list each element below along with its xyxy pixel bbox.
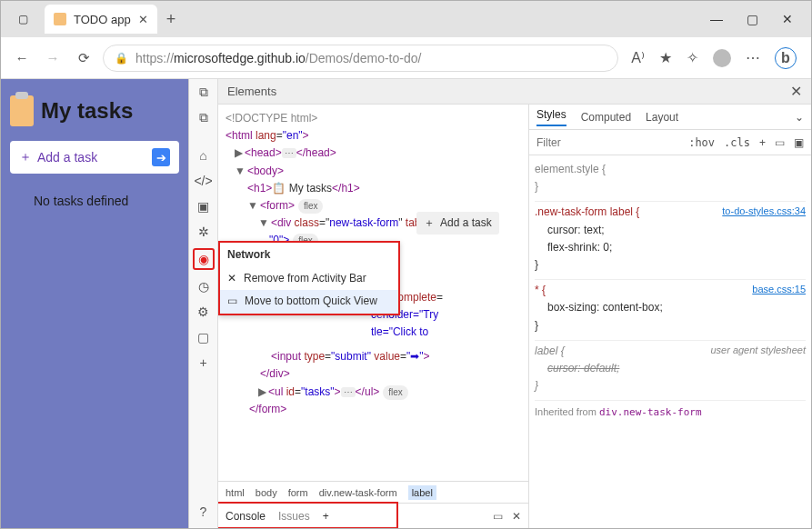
crumb-form[interactable]: form <box>288 487 308 498</box>
move-icon: ▭ <box>227 293 237 310</box>
dom-panel: <!DOCTYPE html> <html lang="en"> ▶<head>… <box>218 105 529 528</box>
inspect-icon[interactable]: ⧉ <box>195 83 213 101</box>
panel-tabs: Elements ✕ <box>218 79 811 105</box>
styles-body[interactable]: element.style { } .new-task-form label {… <box>529 155 811 528</box>
performance-icon[interactable]: ◷ <box>195 277 213 295</box>
devtools: ⧉ ⧉ ⌂ </> ▣ ✲ ◉ ◷ ⚙ ▢ + ? Elements ✕ <box>188 79 811 528</box>
plus-icon: ＋ <box>19 149 32 165</box>
favorite-icon[interactable]: ★ <box>659 49 672 66</box>
context-remove[interactable]: ✕Remove from Activity Bar <box>220 267 398 290</box>
submit-task-button[interactable]: ➔ <box>152 148 170 166</box>
add-task-placeholder: Add a task <box>37 150 97 165</box>
context-title: Network <box>220 243 398 267</box>
sources-icon[interactable]: ✲ <box>195 223 213 241</box>
devtools-close-icon[interactable]: ✕ <box>790 83 802 100</box>
more-tools-icon[interactable]: + <box>195 354 213 372</box>
ua-label: user agent stylesheet <box>710 343 806 359</box>
welcome-icon[interactable]: ⌂ <box>195 146 213 165</box>
prop-value: default; <box>584 362 619 374</box>
read-aloud-icon[interactable]: A⁾ <box>631 49 645 66</box>
element-style: element.style { <box>535 161 806 178</box>
toggle-sidebar-icon[interactable]: ▣ <box>794 136 804 149</box>
rule-selector: .new-task-form label { <box>535 205 639 218</box>
prop-name: flex-shrink <box>547 241 597 254</box>
drawer-tabs: Console Issues + ▭ ✕ <box>218 503 528 528</box>
url-path: /Demos/demo-to-do/ <box>306 51 422 65</box>
titlebar: ▢ TODO app ✕ + — ▢ ✕ <box>1 1 811 37</box>
window-maximize-icon[interactable]: ▢ <box>747 12 758 26</box>
favicon-icon <box>54 13 66 25</box>
bing-icon[interactable]: b <box>775 47 797 69</box>
drawer-close-icon[interactable]: ✕ <box>512 510 521 523</box>
device-mode-icon[interactable]: ▭ <box>775 136 785 149</box>
tab-computed[interactable]: Computed <box>581 111 631 124</box>
inherited-from: Inherited from div.new-task-form <box>535 401 806 421</box>
crumb-body[interactable]: body <box>256 487 277 498</box>
rule-selector: label { <box>535 344 565 357</box>
context-move[interactable]: ▭Move to bottom Quick View <box>220 290 398 313</box>
url-host: microsoftedge.github.io <box>174 51 306 65</box>
url-scheme: https:// <box>135 51 174 65</box>
webpage: My tasks ＋ Add a task ➔ No tasks defined <box>1 79 188 528</box>
styles-tabs: Styles Computed Layout ⌄ <box>529 105 811 130</box>
crumb-div[interactable]: div.new-task-form <box>319 487 397 498</box>
tab-actions-icon[interactable]: ▢ <box>12 8 34 30</box>
more-icon[interactable]: ⋯ <box>746 49 760 66</box>
source-link[interactable]: to-do-styles.css:34 <box>722 204 806 220</box>
crumb-label[interactable]: label <box>408 485 436 500</box>
window-minimize-icon[interactable]: — <box>710 12 723 26</box>
new-rule-icon[interactable]: + <box>759 136 766 149</box>
memory-icon[interactable]: ⚙ <box>195 303 213 321</box>
collections-icon[interactable]: ✧ <box>687 49 698 66</box>
brace: } <box>535 317 806 334</box>
lock-icon[interactable]: 🔒 <box>115 52 128 65</box>
prop-value: 0; <box>603 241 612 254</box>
prop-value: content-box; <box>603 301 663 314</box>
remove-icon: ✕ <box>227 270 236 287</box>
breadcrumb[interactable]: html body form div.new-task-form label <box>218 481 528 503</box>
styles-filter-input[interactable] <box>536 136 679 149</box>
browser-tab[interactable]: TODO app ✕ <box>45 5 157 34</box>
source-link[interactable]: base.css:15 <box>752 282 806 298</box>
hov-toggle[interactable]: :hov <box>688 136 715 149</box>
dom-doctype: <!DOCTYPE html> <box>226 110 521 127</box>
tab-styles[interactable]: Styles <box>536 108 566 126</box>
window-close-icon[interactable]: ✕ <box>782 12 793 26</box>
prop-name: box-sizing <box>547 301 596 314</box>
drawer-settings-icon[interactable]: ▭ <box>493 510 503 523</box>
prop-value: text; <box>584 224 605 236</box>
empty-state: No tasks defined <box>34 194 179 208</box>
brace: } <box>535 256 806 274</box>
page-title: My tasks <box>10 95 179 126</box>
chevron-down-icon[interactable]: ⌄ <box>795 111 804 124</box>
device-icon[interactable]: ⧉ <box>195 108 213 126</box>
cls-toggle[interactable]: .cls <box>724 136 750 149</box>
refresh-button[interactable]: ⟳ <box>72 46 95 70</box>
prop-name: cursor <box>547 224 577 236</box>
activity-bar: ⧉ ⧉ ⌂ </> ▣ ✲ ◉ ◷ ⚙ ▢ + ? <box>189 79 218 528</box>
tab-layout[interactable]: Layout <box>646 111 678 124</box>
brace: } <box>535 377 806 394</box>
crumb-html[interactable]: html <box>226 487 245 498</box>
elements-icon[interactable]: </> <box>195 172 213 190</box>
application-icon[interactable]: ▢ <box>195 328 213 346</box>
dom-tree[interactable]: <!DOCTYPE html> <html lang="en"> ▶<head>… <box>218 105 528 481</box>
browser-toolbar: ← → ⟳ 🔒 https://microsoftedge.github.io/… <box>1 37 811 79</box>
styles-filter-row: :hov .cls + ▭ ▣ <box>529 130 811 155</box>
panel-elements[interactable]: Elements <box>227 85 276 98</box>
add-task-field[interactable]: ＋ Add a task ➔ <box>10 141 179 174</box>
address-bar[interactable]: 🔒 https://microsoftedge.github.io/Demos/… <box>103 45 618 72</box>
network-icon[interactable]: ◉ <box>193 248 215 270</box>
dom-hint: ＋Add a task <box>416 212 499 235</box>
brace: } <box>535 178 806 195</box>
console-icon[interactable]: ▣ <box>195 197 213 215</box>
tab-title: TODO app <box>74 13 131 26</box>
rule-selector: * { <box>535 284 546 296</box>
profile-avatar[interactable] <box>713 49 731 67</box>
prop-name: cursor <box>547 362 577 374</box>
help-icon[interactable]: ? <box>195 503 213 521</box>
new-tab-button[interactable]: + <box>166 10 176 29</box>
tab-close-icon[interactable]: ✕ <box>138 13 148 26</box>
back-button[interactable]: ← <box>10 46 34 70</box>
styles-panel: Styles Computed Layout ⌄ :hov .cls + ▭ ▣ <box>529 105 811 528</box>
